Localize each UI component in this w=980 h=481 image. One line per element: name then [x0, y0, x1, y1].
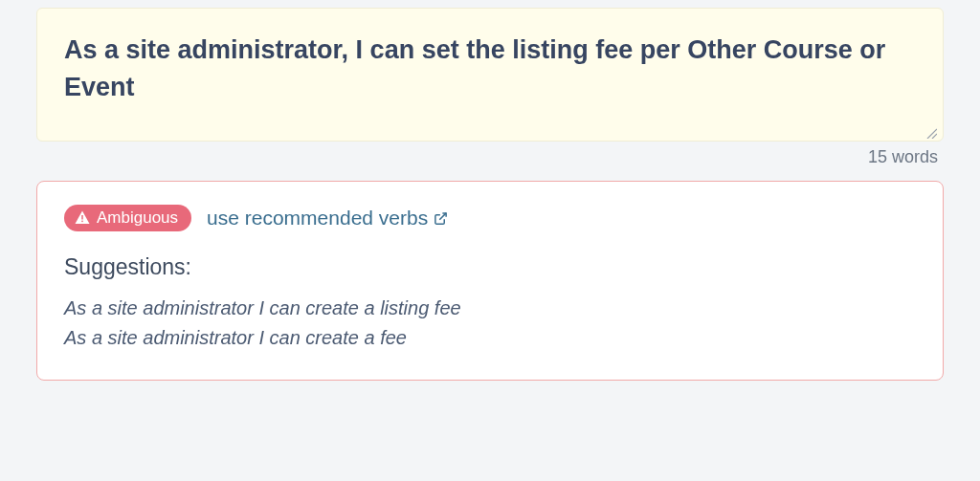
warning-icon	[74, 209, 91, 227]
svg-rect-2	[81, 215, 83, 220]
resize-handle-icon[interactable]	[925, 125, 937, 137]
suggestions-list: As a site administrator I can create a l…	[64, 294, 916, 353]
user-story-text: As a site administrator, I can set the l…	[64, 32, 916, 106]
feedback-panel: Ambiguous use recommended verbs Suggesti…	[36, 181, 944, 381]
svg-rect-3	[81, 221, 83, 223]
suggestion-item: As a site administrator I can create a f…	[64, 323, 916, 353]
svg-line-1	[932, 134, 937, 139]
recommended-verbs-link[interactable]: use recommended verbs	[207, 207, 448, 230]
suggestions-heading: Suggestions:	[64, 254, 916, 280]
badge-text: Ambiguous	[97, 208, 178, 228]
word-count-label: 15 words	[36, 147, 944, 167]
ambiguous-badge: Ambiguous	[64, 205, 191, 231]
content-area: As a site administrator, I can set the l…	[0, 0, 980, 400]
svg-line-0	[927, 129, 937, 139]
suggestion-item: As a site administrator I can create a l…	[64, 294, 916, 323]
recommended-verbs-link-text: use recommended verbs	[207, 207, 428, 230]
feedback-header: Ambiguous use recommended verbs	[64, 205, 916, 231]
svg-line-4	[439, 212, 446, 219]
external-link-icon	[434, 211, 448, 226]
user-story-input[interactable]: As a site administrator, I can set the l…	[36, 8, 944, 142]
